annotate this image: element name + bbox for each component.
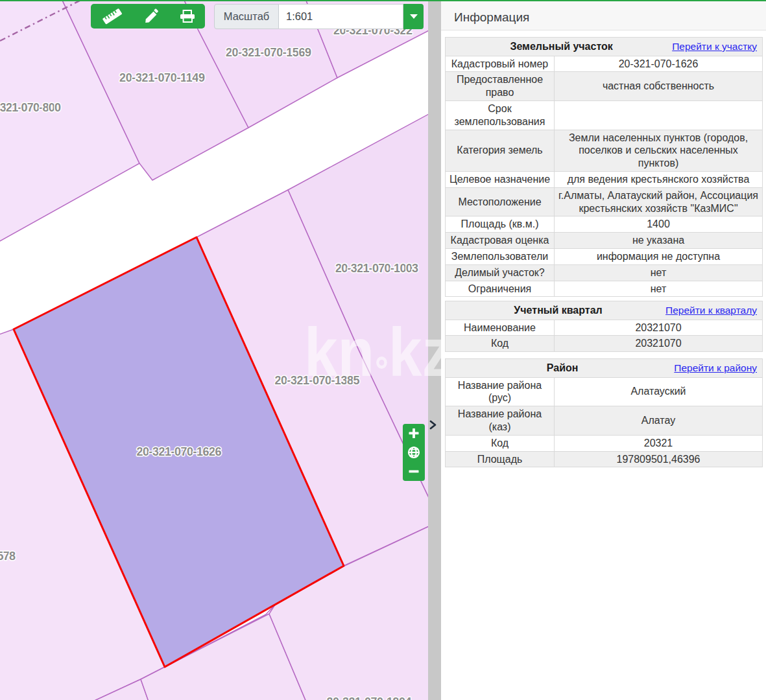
svg-text:20-321-070-800: 20-321-070-800 — [0, 101, 61, 114]
svg-text:20-321-070-1003: 20-321-070-1003 — [335, 262, 418, 275]
svg-text:20-321-070-1626: 20-321-070-1626 — [137, 445, 222, 458]
svg-text:20-321-070-578: 20-321-070-578 — [0, 550, 16, 563]
svg-text:20-321-070-1904: 20-321-070-1904 — [327, 695, 412, 700]
svg-text:20-321-070-1149: 20-321-070-1149 — [119, 71, 205, 84]
svg-text:20-321-070-1569: 20-321-070-1569 — [226, 46, 311, 59]
